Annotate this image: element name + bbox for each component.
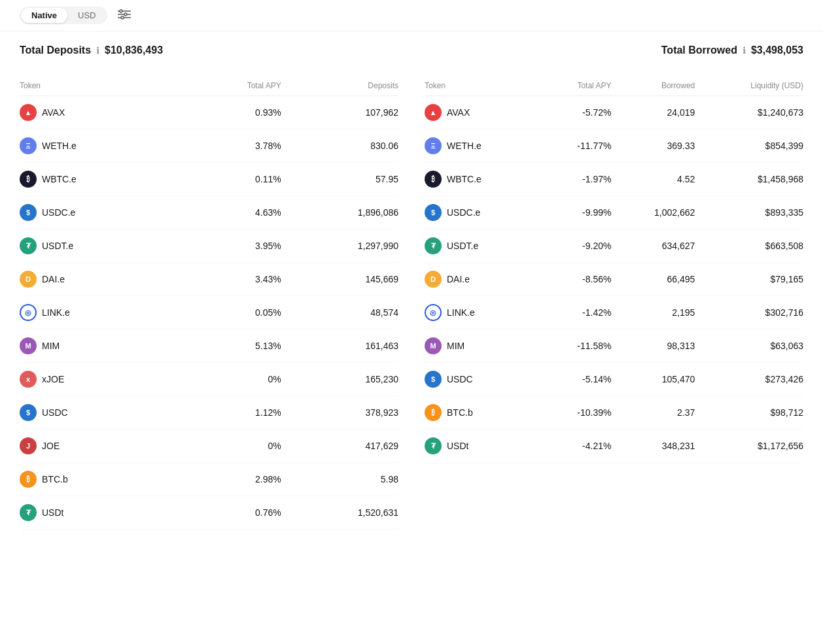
token-icon-usdt2: ₮: [425, 437, 442, 454]
borrowed-table-row[interactable]: ₮ USDt -4.21% 348,231 $1,172,656: [425, 430, 803, 463]
deposits-token-cell-4: ₮ USDT.e: [20, 229, 183, 263]
deposits-apy-6: 0.05%: [183, 296, 281, 330]
borrowed-amount-5: 66,495: [611, 263, 695, 296]
token-icon-weth: Ξ: [425, 137, 442, 154]
borrowed-token-cell-3: $ USDC.e: [425, 196, 541, 229]
borrowed-amount-2: 4.52: [611, 163, 695, 196]
borrowed-apy-9: -10.39%: [541, 396, 611, 430]
deposits-info-icon[interactable]: ℹ: [96, 45, 99, 56]
deposits-token-name-3: USDC.e: [42, 207, 75, 218]
deposits-token-cell-3: $ USDC.e: [20, 196, 183, 229]
deposits-apy-7: 5.13%: [183, 330, 281, 363]
tables-wrapper: Token Total APY Deposits ▲ AVAX 0.93% 10…: [20, 76, 803, 530]
deposits-token-name-5: DAI.e: [42, 274, 65, 284]
borrowed-table-row[interactable]: ₿ WBTC.e -1.97% 4.52 $1,458,968: [425, 163, 803, 196]
borrowed-liquidity-2: $1,458,968: [695, 163, 803, 196]
deposits-apy-8: 0%: [183, 363, 281, 396]
token-icon-usdt2: ₮: [20, 504, 37, 521]
deposits-table-row[interactable]: x xJOE 0% 165,230: [20, 363, 398, 396]
token-icon-btcb: ₿: [425, 404, 442, 421]
borrowed-col-token: Token: [425, 76, 541, 96]
deposits-col-deposits: Deposits: [281, 76, 398, 96]
borrowed-token-cell-8: $ USDC: [425, 363, 541, 396]
deposits-table-row[interactable]: ₮ USDt 0.76% 1,520,631: [20, 496, 398, 530]
borrowed-apy-7: -11.58%: [541, 330, 611, 363]
deposits-table-row[interactable]: Ξ WETH.e 3.78% 830.06: [20, 129, 398, 163]
deposits-amount-6: 48,574: [281, 296, 398, 330]
deposits-token-cell-8: x xJOE: [20, 363, 183, 396]
borrowed-liquidity-1: $854,399: [695, 129, 803, 163]
deposits-table-row[interactable]: ₮ USDT.e 3.95% 1,297,990: [20, 229, 398, 263]
borrowed-table-row[interactable]: ▲ AVAX -5.72% 24,019 $1,240,673: [425, 96, 803, 129]
deposits-table-row[interactable]: J JOE 0% 417,629: [20, 430, 398, 463]
deposits-col-apy: Total APY: [183, 76, 281, 96]
borrowed-table-row[interactable]: ◎ LINK.e -1.42% 2,195 $302,716: [425, 296, 803, 330]
total-borrowed-value: $3,498,053: [751, 44, 803, 56]
deposits-amount-10: 417,629: [281, 430, 398, 463]
deposits-table-row[interactable]: ▲ AVAX 0.93% 107,962: [20, 96, 398, 129]
borrowed-amount-1: 369.33: [611, 129, 695, 163]
deposits-token-name-10: JOE: [42, 441, 60, 451]
svg-point-4: [124, 13, 127, 16]
deposits-amount-3: 1,896,086: [281, 196, 398, 229]
token-icon-usdc2: $: [20, 404, 37, 421]
borrowed-amount-6: 2,195: [611, 296, 695, 330]
borrowed-liquidity-0: $1,240,673: [695, 96, 803, 129]
borrowed-table-row[interactable]: Ξ WETH.e -11.77% 369.33 $854,399: [425, 129, 803, 163]
borrowed-table-row[interactable]: M MIM -11.58% 98,313 $63,063: [425, 330, 803, 363]
borrowed-table-row[interactable]: D DAI.e -8.56% 66,495 $79,165: [425, 263, 803, 296]
borrowed-col-borrowed: Borrowed: [611, 76, 695, 96]
deposits-token-cell-1: Ξ WETH.e: [20, 129, 183, 163]
native-toggle-btn[interactable]: Native: [21, 8, 67, 23]
borrowed-table-section: Token Total APY Borrowed Liquidity (USD)…: [425, 76, 803, 530]
deposits-table-row[interactable]: $ USDC.e 4.63% 1,896,086: [20, 196, 398, 229]
borrowed-table-row[interactable]: ₮ USDT.e -9.20% 634,627 $663,508: [425, 229, 803, 263]
svg-point-3: [120, 10, 122, 12]
borrowed-token-name-0: AVAX: [447, 107, 470, 118]
borrowed-token-name-6: LINK.e: [447, 307, 475, 318]
usd-toggle-btn[interactable]: USD: [67, 8, 106, 23]
borrowed-table-row[interactable]: $ USDC -5.14% 105,470 $273,426: [425, 363, 803, 396]
borrowed-token-cell-0: ▲ AVAX: [425, 96, 541, 129]
token-icon-usdc: $: [20, 204, 37, 221]
borrowed-table-row[interactable]: $ USDC.e -9.99% 1,002,662 $893,335: [425, 196, 803, 229]
deposits-table-row[interactable]: ◎ LINK.e 0.05% 48,574: [20, 296, 398, 330]
borrowed-liquidity-7: $63,063: [695, 330, 803, 363]
borrowed-table: Token Total APY Borrowed Liquidity (USD)…: [425, 76, 803, 463]
borrowed-liquidity-8: $273,426: [695, 363, 803, 396]
borrowed-liquidity-10: $1,172,656: [695, 430, 803, 463]
deposits-table-row[interactable]: $ USDC 1.12% 378,923: [20, 396, 398, 430]
borrowed-liquidity-3: $893,335: [695, 196, 803, 229]
token-icon-wbtc: ₿: [20, 171, 37, 188]
deposits-token-name-9: USDC: [42, 407, 68, 418]
borrowed-apy-6: -1.42%: [541, 296, 611, 330]
token-icon-avax: ▲: [425, 104, 442, 121]
borrowed-token-name-1: WETH.e: [447, 141, 482, 151]
borrowed-amount-10: 348,231: [611, 430, 695, 463]
borrowed-apy-1: -11.77%: [541, 129, 611, 163]
borrowed-info-icon[interactable]: ℹ: [743, 45, 746, 56]
deposits-amount-8: 165,230: [281, 363, 398, 396]
deposits-apy-11: 2.98%: [183, 463, 281, 496]
deposits-apy-12: 0.76%: [183, 496, 281, 530]
borrowed-token-name-3: USDC.e: [447, 207, 480, 218]
deposits-token-name-1: WETH.e: [42, 141, 77, 151]
deposits-table-section: Token Total APY Deposits ▲ AVAX 0.93% 10…: [20, 76, 398, 530]
deposits-amount-9: 378,923: [281, 396, 398, 430]
deposits-token-cell-11: ₿ BTC.b: [20, 463, 183, 496]
borrowed-apy-3: -9.99%: [541, 196, 611, 229]
deposits-table-row[interactable]: ₿ BTC.b 2.98% 5.98: [20, 463, 398, 496]
deposits-apy-10: 0%: [183, 430, 281, 463]
deposits-token-name-7: MIM: [42, 341, 60, 351]
deposits-amount-2: 57.95: [281, 163, 398, 196]
token-icon-wbtc: ₿: [425, 171, 442, 188]
token-icon-usdt: ₮: [20, 237, 37, 254]
deposits-table-row[interactable]: M MIM 5.13% 161,463: [20, 330, 398, 363]
deposits-table-row[interactable]: ₿ WBTC.e 0.11% 57.95: [20, 163, 398, 196]
deposits-apy-5: 3.43%: [183, 263, 281, 296]
borrowed-table-row[interactable]: ₿ BTC.b -10.39% 2.37 $98,712: [425, 396, 803, 430]
deposits-table-row[interactable]: D DAI.e 3.43% 145,669: [20, 263, 398, 296]
deposits-apy-0: 0.93%: [183, 96, 281, 129]
filter-icon[interactable]: [118, 9, 131, 22]
borrowed-amount-0: 24,019: [611, 96, 695, 129]
